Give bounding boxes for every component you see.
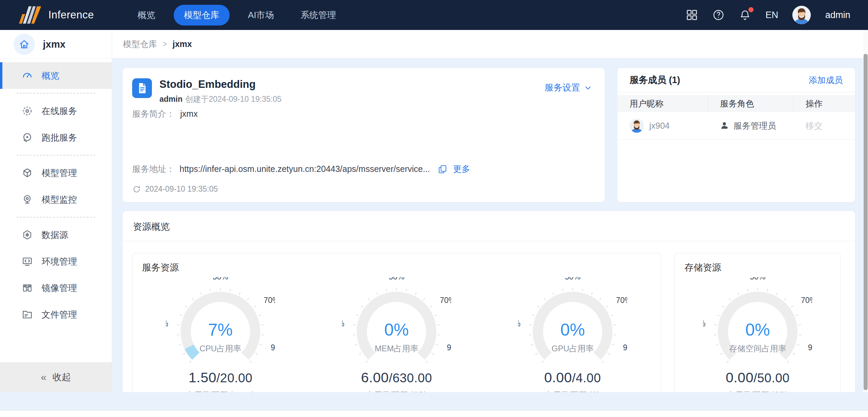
env-manage-icon — [22, 256, 33, 267]
svg-text:90%: 90% — [447, 343, 451, 352]
members-card: 服务成员 (1) 添加成员 用户昵称服务角色操作 jx904服务管理员移交 — [617, 68, 855, 202]
sidebar-item-1[interactable]: 在线服务 — [0, 98, 112, 124]
sidebar-item-label: 模型监控 — [42, 194, 77, 206]
resource-overview-card: 资源概览 服务资源 20%50%70%90%7%CPU占用率1.50/20.00… — [123, 211, 855, 392]
sidebar-item-8[interactable]: 文件管理 — [0, 301, 112, 328]
svg-text:7%: 7% — [208, 320, 233, 339]
breadcrumb-parent[interactable]: 模型仓库 — [123, 38, 157, 50]
batch-service-icon — [22, 132, 33, 143]
notifications-bell-icon[interactable] — [739, 9, 751, 21]
sidebar-item-2[interactable]: 跑批服务 — [0, 124, 112, 151]
help-icon[interactable] — [712, 9, 725, 21]
model-monitor-icon — [22, 194, 33, 205]
svg-text:90%: 90% — [271, 343, 275, 352]
refresh-icon[interactable] — [132, 185, 141, 194]
bottom-panel — [0, 392, 868, 410]
member-role-cell: 服务管理员 — [708, 112, 793, 140]
gauge-usage: 1.50/20.00 — [188, 370, 252, 386]
members-table-body: jx904服务管理员移交 — [617, 112, 855, 140]
members-title: 服务成员 (1) — [630, 74, 680, 86]
service-doc-icon — [132, 78, 152, 98]
service-settings-button[interactable]: 服务设置 — [545, 82, 592, 94]
sidebar-item-4[interactable]: 模型监控 — [0, 186, 112, 213]
service-address-label: 服务地址： — [132, 163, 175, 175]
svg-text:70%: 70% — [440, 296, 451, 305]
sidebar-item-6[interactable]: 环境管理 — [0, 248, 112, 275]
sidebar-project[interactable]: jxmx — [0, 30, 112, 59]
svg-text:0%: 0% — [384, 320, 409, 339]
breadcrumb-current: jxmx — [172, 39, 192, 49]
sidebar-item-5[interactable]: 数据源 — [0, 222, 112, 248]
gauge-used-value: 1.50 — [188, 370, 216, 385]
sidebar-item-label: 文件管理 — [42, 309, 77, 321]
refresh-time: 2024-09-10 19:35:05 — [145, 185, 218, 194]
svg-text:70%: 70% — [616, 296, 627, 305]
svg-text:20%: 20% — [342, 319, 344, 328]
member-role-label: 服务管理员 — [733, 120, 776, 131]
storage-resource-gauges: 20%50%70%90%0%存储空间占用率0.00/50.00占用量/限额 (G… — [675, 277, 840, 392]
notification-dot — [748, 7, 754, 12]
sidebar-item-label: 环境管理 — [42, 256, 77, 268]
gauge-limit-value: /20.00 — [216, 371, 252, 385]
app-logo[interactable]: Inference — [0, 6, 94, 24]
dashboard-icon — [22, 70, 33, 81]
gauge-0: 20%50%70%90%7%CPU占用率1.50/20.00占用量/限额 (co… — [133, 277, 309, 392]
home-icon — [14, 34, 35, 55]
service-settings-label: 服务设置 — [545, 82, 580, 94]
resource-groups: 服务资源 20%50%70%90%7%CPU占用率1.50/20.00占用量/限… — [123, 241, 855, 392]
nav-item-2[interactable]: AI市场 — [240, 5, 282, 26]
members-col-2: 操作 — [793, 95, 855, 112]
transfer-action[interactable]: 移交 — [806, 121, 823, 130]
menu-divider — [16, 155, 95, 156]
bottom-strip — [0, 410, 868, 417]
nav-item-1[interactable]: 模型仓库 — [174, 5, 230, 26]
apps-grid-icon[interactable] — [686, 9, 698, 21]
gauge-usage: 0.00/4.00 — [544, 370, 601, 386]
sidebar-item-3[interactable]: 模型管理 — [0, 160, 112, 186]
svg-text:50%: 50% — [389, 277, 404, 281]
address-more-link[interactable]: 更多 — [453, 163, 470, 175]
gauge-unit-label: 占用量/限额 (GB) — [728, 390, 788, 392]
gauge-used-value: 0.00 — [544, 370, 572, 385]
nav-item-3[interactable]: 系统管理 — [292, 5, 344, 26]
user-avatar[interactable] — [792, 6, 811, 24]
page-scrollbar-thumb[interactable] — [864, 54, 868, 390]
service-intro-label: 服务简介： — [132, 109, 175, 118]
menu-divider — [16, 93, 95, 94]
storage-resource-title: 存储资源 — [675, 261, 840, 274]
collapse-icon: « — [41, 371, 47, 383]
sidebar-item-label: 模型管理 — [42, 167, 77, 179]
gauge-unit-label: 占用量/限额 (C) — [545, 390, 600, 392]
sidebar-item-7[interactable]: 镜像管理 — [0, 275, 112, 301]
gauge-unit-label: 占用量/限额 (GB) — [367, 390, 427, 392]
gauge-usage: 6.00/630.00 — [361, 370, 432, 386]
gauge-chart: 20%50%70%90%0%存储空间占用率 — [703, 277, 812, 368]
svg-text:存储空间占用率: 存储空间占用率 — [729, 344, 786, 353]
logo-icon — [18, 6, 41, 24]
svg-text:0%: 0% — [745, 320, 770, 339]
role-person-icon — [720, 121, 729, 130]
sidebar: jxmx 概览在线服务跑批服务模型管理模型监控数据源环境管理镜像管理文件管理 «… — [0, 30, 112, 392]
username-label[interactable]: admin — [825, 10, 850, 20]
language-switch[interactable]: EN — [765, 10, 778, 20]
storage-resource-group: 存储资源 20%50%70%90%0%存储空间占用率0.00/50.00占用量/… — [675, 253, 841, 392]
sidebar-item-label: 概览 — [42, 70, 59, 82]
sidebar-item-0[interactable]: 概览 — [0, 62, 112, 89]
copy-icon[interactable] — [437, 164, 448, 174]
project-name: jxmx — [43, 39, 65, 50]
service-title: Stodio_Embedding — [159, 78, 281, 91]
chevron-down-icon — [584, 83, 592, 92]
sidebar-item-label: 镜像管理 — [42, 282, 77, 294]
gauge-limit-value: /50.00 — [754, 371, 790, 385]
nav-item-0[interactable]: 概览 — [129, 5, 164, 26]
add-member-button[interactable]: 添加成员 — [809, 75, 843, 86]
gauge-usage: 0.00/50.00 — [726, 370, 790, 386]
gauge-3: 20%50%70%90%0%存储空间占用率0.00/50.00占用量/限额 (G… — [675, 277, 840, 392]
gauge-1: 20%50%70%90%0%MEM占用率6.00/630.00占用量/限额 (G… — [309, 277, 485, 392]
sidebar-collapse[interactable]: « 收起 — [0, 362, 112, 392]
service-creator: admin — [159, 95, 183, 103]
svg-text:20%: 20% — [518, 319, 521, 328]
top-navbar: Inference 概览模型仓库AI市场系统管理 EN admin — [0, 0, 868, 30]
gauge-2: 20%50%70%90%0%GPU占用率0.00/4.00占用量/限额 (C) — [484, 277, 661, 392]
service-resource-gauges: 20%50%70%90%7%CPU占用率1.50/20.00占用量/限额 (co… — [133, 277, 661, 392]
